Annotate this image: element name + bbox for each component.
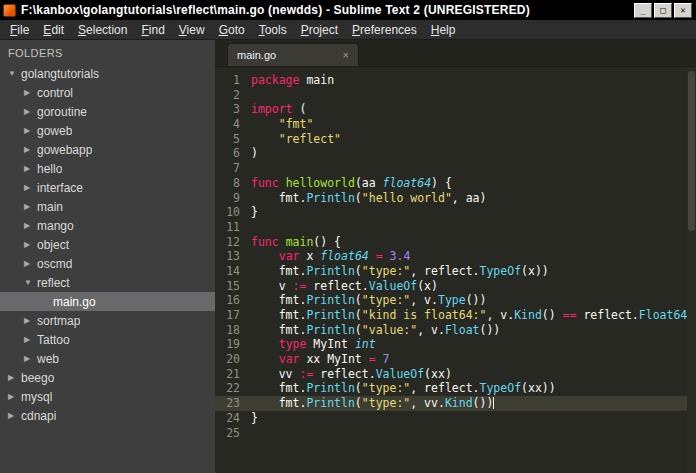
code-line-21[interactable]: 21 vv := reflect.ValueOf(xx) xyxy=(215,367,696,382)
tree-item-control[interactable]: ▶control xyxy=(0,83,215,102)
tree-item-main[interactable]: ▶main xyxy=(0,197,215,216)
code-line-15[interactable]: 15 v := reflect.ValueOf(x) xyxy=(215,279,696,294)
tree-item-object[interactable]: ▶object xyxy=(0,235,215,254)
code-line-17[interactable]: 17 fmt.Println("kind is float64:", v.Kin… xyxy=(215,308,696,323)
tab-close-icon[interactable]: × xyxy=(343,50,349,61)
code-line-3[interactable]: 3import ( xyxy=(215,102,696,117)
menu-item-find[interactable]: Find xyxy=(134,21,171,39)
tree-item-mango[interactable]: ▶mango xyxy=(0,216,215,235)
code-text[interactable]: type MyInt int xyxy=(251,337,696,352)
code-line-16[interactable]: 16 fmt.Println("type:", v.Type()) xyxy=(215,293,696,308)
tree-item-oscmd[interactable]: ▶oscmd xyxy=(0,254,215,273)
chevron-down-icon[interactable]: ▼ xyxy=(23,278,37,287)
code-line-19[interactable]: 19 type MyInt int xyxy=(215,337,696,352)
code-text[interactable]: fmt.Println("type:", vv.Kind()) xyxy=(251,396,696,411)
chevron-right-icon[interactable]: ▶ xyxy=(23,316,37,325)
code-text[interactable] xyxy=(251,426,696,441)
code-line-13[interactable]: 13 var x float64 = 3.4 xyxy=(215,249,696,264)
code-line-20[interactable]: 20 var xx MyInt = 7 xyxy=(215,352,696,367)
code-line-11[interactable]: 11 xyxy=(215,220,696,235)
title-bar[interactable]: F:\kanbox\golangtutorials\reflect\main.g… xyxy=(0,0,696,20)
chevron-right-icon[interactable]: ▶ xyxy=(23,183,37,192)
chevron-right-icon[interactable]: ▶ xyxy=(23,145,37,154)
chevron-right-icon[interactable]: ▶ xyxy=(23,259,37,268)
chevron-right-icon[interactable]: ▶ xyxy=(23,164,37,173)
maximize-button[interactable]: □ xyxy=(654,3,672,18)
chevron-right-icon[interactable]: ▶ xyxy=(23,240,37,249)
code-text[interactable]: "reflect" xyxy=(251,132,696,147)
code-text[interactable]: package main xyxy=(251,73,696,88)
scrollbar-thumb[interactable] xyxy=(688,71,695,231)
chevron-right-icon[interactable]: ▶ xyxy=(7,411,21,420)
code-line-24[interactable]: 24} xyxy=(215,411,696,426)
code-text[interactable] xyxy=(251,161,696,176)
menu-item-project[interactable]: Project xyxy=(294,21,345,39)
code-text[interactable]: func main() { xyxy=(251,235,696,250)
minimize-button[interactable]: _ xyxy=(634,3,652,18)
tree-item-web[interactable]: ▶web xyxy=(0,349,215,368)
menu-item-preferences[interactable]: Preferences xyxy=(345,21,424,39)
code-text[interactable]: var xx MyInt = 7 xyxy=(251,352,696,367)
code-text[interactable]: import ( xyxy=(251,102,696,117)
menu-item-goto[interactable]: Goto xyxy=(212,21,252,39)
tree-item-interface[interactable]: ▶interface xyxy=(0,178,215,197)
code-line-1[interactable]: 1package main xyxy=(215,73,696,88)
code-text[interactable]: func helloworld(aa float64) { xyxy=(251,176,696,191)
chevron-right-icon[interactable]: ▶ xyxy=(23,107,37,116)
code-line-25[interactable]: 25 xyxy=(215,426,696,441)
code-text[interactable]: "fmt" xyxy=(251,117,696,132)
code-text[interactable]: ) xyxy=(251,146,696,161)
menu-item-file[interactable]: File xyxy=(3,21,36,39)
chevron-right-icon[interactable]: ▶ xyxy=(23,126,37,135)
code-text[interactable]: v := reflect.ValueOf(x) xyxy=(251,279,696,294)
code-text[interactable]: vv := reflect.ValueOf(xx) xyxy=(251,367,696,382)
code-area[interactable]: 1package main23import (4 "fmt"5 "reflect… xyxy=(215,67,696,473)
code-text[interactable]: fmt.Println("value:", v.Float()) xyxy=(251,323,696,338)
code-text[interactable]: fmt.Println("type:", reflect.TypeOf(xx)) xyxy=(251,381,696,396)
chevron-right-icon[interactable]: ▶ xyxy=(23,88,37,97)
chevron-right-icon[interactable]: ▶ xyxy=(7,392,21,401)
tree-item-hello[interactable]: ▶hello xyxy=(0,159,215,178)
chevron-right-icon[interactable]: ▶ xyxy=(23,354,37,363)
tree-item-main-go[interactable]: main.go xyxy=(0,292,215,311)
code-line-4[interactable]: 4 "fmt" xyxy=(215,117,696,132)
code-text[interactable]: fmt.Println("hello world", aa) xyxy=(251,191,696,206)
code-line-10[interactable]: 10} xyxy=(215,205,696,220)
code-text[interactable]: fmt.Println("type:", reflect.TypeOf(x)) xyxy=(251,264,696,279)
code-line-18[interactable]: 18 fmt.Println("value:", v.Float()) xyxy=(215,323,696,338)
tree-item-goweb[interactable]: ▶goweb xyxy=(0,121,215,140)
menu-item-help[interactable]: Help xyxy=(424,21,463,39)
code-line-9[interactable]: 9 fmt.Println("hello world", aa) xyxy=(215,191,696,206)
chevron-right-icon[interactable]: ▶ xyxy=(23,221,37,230)
code-text[interactable]: } xyxy=(251,411,696,426)
code-line-6[interactable]: 6) xyxy=(215,146,696,161)
chevron-right-icon[interactable]: ▶ xyxy=(23,202,37,211)
chevron-down-icon[interactable]: ▼ xyxy=(7,69,21,78)
tree-item-golangtutorials[interactable]: ▼golangtutorials xyxy=(0,64,215,83)
tree-item-sortmap[interactable]: ▶sortmap xyxy=(0,311,215,330)
chevron-right-icon[interactable]: ▶ xyxy=(23,335,37,344)
code-text[interactable]: var x float64 = 3.4 xyxy=(251,249,696,264)
chevron-right-icon[interactable]: ▶ xyxy=(7,373,21,382)
tree-item-beego[interactable]: ▶beego xyxy=(0,368,215,387)
code-text[interactable]: fmt.Println("kind is float64:", v.Kind()… xyxy=(251,308,696,323)
code-line-22[interactable]: 22 fmt.Println("type:", reflect.TypeOf(x… xyxy=(215,381,696,396)
code-line-14[interactable]: 14 fmt.Println("type:", reflect.TypeOf(x… xyxy=(215,264,696,279)
code-line-5[interactable]: 5 "reflect" xyxy=(215,132,696,147)
tree-item-reflect[interactable]: ▼reflect xyxy=(0,273,215,292)
vertical-scrollbar[interactable] xyxy=(687,68,696,473)
close-button[interactable]: ✕ xyxy=(674,3,692,18)
code-line-8[interactable]: 8func helloworld(aa float64) { xyxy=(215,176,696,191)
tree-item-gowebapp[interactable]: ▶gowebapp xyxy=(0,140,215,159)
menu-item-view[interactable]: View xyxy=(172,21,212,39)
code-line-12[interactable]: 12func main() { xyxy=(215,235,696,250)
tab-main-go[interactable]: main.go × xyxy=(227,43,359,66)
code-text[interactable]: fmt.Println("type:", v.Type()) xyxy=(251,293,696,308)
tree-item-tattoo[interactable]: ▶Tattoo xyxy=(0,330,215,349)
code-text[interactable] xyxy=(251,88,696,103)
code-text[interactable]: } xyxy=(251,205,696,220)
tree-item-mysql[interactable]: ▶mysql xyxy=(0,387,215,406)
tree-item-cdnapi[interactable]: ▶cdnapi xyxy=(0,406,215,425)
tree-item-goroutine[interactable]: ▶goroutine xyxy=(0,102,215,121)
code-line-2[interactable]: 2 xyxy=(215,88,696,103)
